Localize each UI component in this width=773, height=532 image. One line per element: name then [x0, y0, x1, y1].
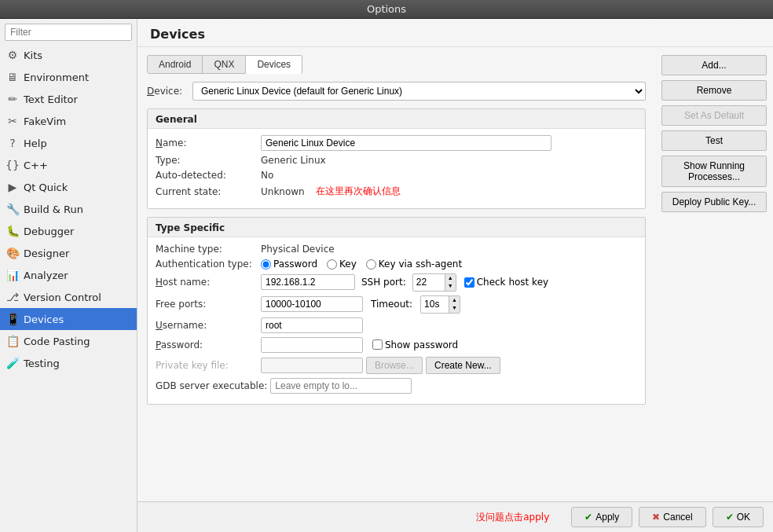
ssh-port-up[interactable]: ▲	[445, 274, 456, 282]
gdb-input[interactable]	[270, 378, 412, 394]
sidebar-item-debugger[interactable]: 🐛 Debugger	[0, 220, 137, 242]
title-bar: Options	[0, 0, 773, 19]
create-new-button[interactable]: Create New...	[426, 357, 500, 374]
check-host-key-label[interactable]: Check host key	[464, 277, 548, 288]
auth-type-row: Authentication type: Password Key	[156, 259, 637, 270]
tab-android[interactable]: Android	[147, 55, 203, 74]
auto-detected-row: Auto-detected: No	[156, 170, 637, 181]
ok-button[interactable]: ✔ OK	[713, 507, 764, 527]
type-row: Type: Generic Linux	[156, 155, 637, 166]
sidebar-item-analyzer[interactable]: 📊 Analyzer	[0, 264, 137, 286]
bottom-bar: 没问题点击apply ✔ Apply ✖ Cancel ✔ OK	[137, 501, 773, 532]
sidebar-label-text-editor: Text Editor	[24, 94, 78, 105]
hostname-input[interactable]	[261, 274, 355, 290]
sidebar-item-version-control[interactable]: ⎇ Version Control	[0, 286, 137, 308]
remove-button[interactable]: Remove	[661, 80, 767, 101]
ssh-port-input[interactable]	[413, 275, 445, 289]
machine-type-value: Physical Device	[261, 244, 335, 255]
hostname-label: Host name:	[156, 277, 258, 288]
deploy-key-button[interactable]: Deploy Public Key...	[661, 192, 767, 212]
timeout-input[interactable]	[421, 297, 449, 311]
sidebar-icon-environment: 🖥	[6, 71, 19, 83]
auth-key-label[interactable]: Key	[327, 259, 357, 270]
auth-password-label[interactable]: Password	[261, 259, 317, 270]
test-button[interactable]: Test	[661, 130, 767, 151]
bottom-note: 没问题点击apply	[147, 511, 565, 524]
sidebar-item-code-pasting[interactable]: 📋 Code Pasting	[0, 330, 137, 352]
sidebar-label-fakevim: FakeVim	[24, 116, 66, 127]
apply-button[interactable]: ✔ Apply	[571, 507, 632, 527]
timeout-up[interactable]: ▲	[449, 296, 460, 304]
timeout-label: Timeout:	[371, 299, 412, 310]
show-password-checkbox[interactable]	[372, 339, 383, 350]
auth-key-radio[interactable]	[327, 259, 337, 270]
machine-type-row: Machine type: Physical Device	[156, 244, 637, 255]
title-text: Options	[367, 3, 406, 15]
private-key-label: Private key file:	[156, 360, 258, 371]
show-running-button[interactable]: Show Running Processes...	[661, 156, 767, 187]
auth-sshagent-radio[interactable]	[366, 259, 376, 270]
sidebar-icon-designer: 🎨	[6, 247, 19, 259]
filter-box	[0, 19, 137, 44]
show-password-label[interactable]: Show password	[372, 339, 458, 350]
sidebar-item-cpp[interactable]: {} C++	[0, 154, 137, 176]
freeports-input[interactable]	[261, 296, 363, 312]
sidebar-item-designer[interactable]: 🎨 Designer	[0, 242, 137, 264]
current-state-row: Current state: Unknown 在这里再次确认信息	[156, 185, 637, 198]
sidebar-label-version-control: Version Control	[24, 292, 101, 303]
sidebar-icon-qt-quick: ▶	[6, 181, 19, 193]
tab-qnx[interactable]: QNX	[202, 55, 246, 74]
panel-main: AndroidQNXDevices Device: Generic Linux …	[137, 47, 655, 501]
type-label: Type:	[156, 155, 258, 166]
content-body: AndroidQNXDevices Device: Generic Linux …	[137, 47, 773, 501]
auth-type-label: Authentication type:	[156, 259, 258, 270]
browse-button: Browse...	[366, 357, 423, 374]
sidebar-item-devices[interactable]: 📱 Devices	[0, 308, 137, 330]
sidebar-item-environment[interactable]: 🖥 Environment	[0, 66, 137, 88]
type-specific-title: Type Specific	[148, 218, 645, 237]
sidebar-item-help[interactable]: ? Help	[0, 132, 137, 154]
check-host-key-checkbox[interactable]	[464, 277, 474, 288]
timeout-down[interactable]: ▼	[449, 304, 460, 312]
ssh-port-down[interactable]: ▼	[445, 282, 456, 290]
set-default-button: Set As Default	[661, 105, 767, 126]
sidebar-item-testing[interactable]: 🧪 Testing	[0, 352, 137, 374]
sidebar-item-fakevim[interactable]: ✂ FakeVim	[0, 110, 137, 132]
sidebar-item-qt-quick[interactable]: ▶ Qt Quick	[0, 176, 137, 198]
ok-check-icon: ✔	[726, 512, 734, 523]
freeports-row: Free ports: Timeout: ▲ ▼	[156, 295, 637, 314]
auth-sshagent-label[interactable]: Key via ssh-agent	[366, 259, 462, 270]
ssh-port-label: SSH port:	[361, 277, 406, 288]
freeports-label: Free ports:	[156, 299, 258, 310]
filter-input[interactable]	[5, 24, 132, 41]
sidebar-icon-build-run: 🔧	[6, 203, 19, 215]
sidebar-label-build-run: Build & Run	[24, 204, 83, 215]
auto-detected-label: Auto-detected:	[156, 170, 258, 181]
device-select[interactable]: Generic Linux Device (default for Generi…	[192, 82, 646, 101]
auth-password-radio[interactable]	[261, 259, 271, 270]
sidebar-label-designer: Designer	[24, 248, 69, 259]
username-input[interactable]	[261, 317, 363, 333]
content-header: Devices	[137, 19, 773, 47]
auto-detected-value: No	[261, 170, 273, 181]
sidebar-item-text-editor[interactable]: ✏ Text Editor	[0, 88, 137, 110]
add-button[interactable]: Add...	[661, 55, 767, 75]
sidebar-icon-debugger: 🐛	[6, 225, 19, 237]
general-section: General Name: Type: Generic Linux Auto-d…	[147, 108, 646, 209]
password-label: Password:	[156, 339, 258, 350]
sidebar-item-kits[interactable]: ⚙ Kits	[0, 44, 137, 66]
type-value: Generic Linux	[261, 155, 326, 166]
cancel-button[interactable]: ✖ Cancel	[639, 507, 705, 527]
sidebar-label-kits: Kits	[24, 50, 42, 61]
tab-devices[interactable]: Devices	[245, 55, 302, 74]
gdb-label: GDB server executable:	[156, 380, 267, 391]
ssh-port-spinner: ▲ ▼	[412, 273, 456, 292]
password-input[interactable]	[261, 337, 363, 353]
sidebar-icon-fakevim: ✂	[6, 115, 19, 127]
sidebar-icon-devices: 📱	[6, 313, 19, 325]
name-input[interactable]	[261, 135, 551, 151]
sidebar-icon-version-control: ⎇	[6, 291, 19, 303]
sidebar-icon-help: ?	[6, 137, 19, 149]
sidebar-item-build-run[interactable]: 🔧 Build & Run	[0, 198, 137, 220]
sidebar-label-debugger: Debugger	[24, 226, 74, 237]
